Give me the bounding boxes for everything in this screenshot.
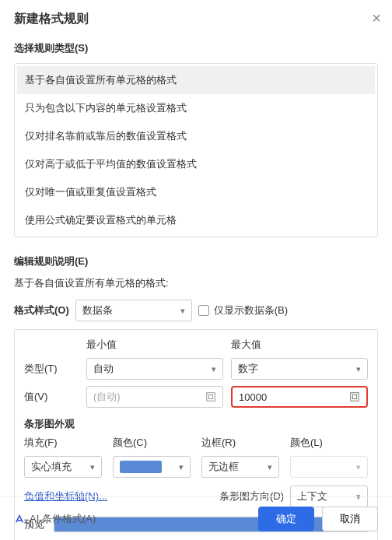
rule-type-item[interactable]: 仅对高于或低于平均值的数值设置格式 xyxy=(17,150,375,178)
color-c-label: 颜色(C) xyxy=(113,436,191,450)
ai-format-link[interactable]: AI 条件格式(A) xyxy=(14,512,96,526)
edit-rule-heading: 编辑规则说明(E) xyxy=(14,254,378,268)
rule-type-item[interactable]: 仅对唯一值或重复值设置格式 xyxy=(17,178,375,206)
min-col-header: 最小值 xyxy=(86,338,223,352)
value-row-label: 值(V) xyxy=(24,390,79,404)
show-bar-only-label: 仅显示数据条(B) xyxy=(214,303,288,317)
color-l-label: 颜色(L) xyxy=(290,436,368,450)
ok-button[interactable]: 确定 xyxy=(258,507,314,531)
rule-description: 基于各自值设置所有单元格的格式: xyxy=(14,276,378,290)
max-type-select[interactable]: 数字 ▾ xyxy=(231,358,368,380)
svg-rect-1 xyxy=(208,394,212,398)
type-row-label: 类型(T) xyxy=(24,362,79,376)
range-select-icon[interactable] xyxy=(349,391,360,402)
format-style-label: 格式样式(O) xyxy=(14,303,69,317)
max-value-text: 10000 xyxy=(239,391,267,403)
ai-icon xyxy=(14,514,25,524)
close-icon[interactable]: × xyxy=(372,9,381,27)
rule-type-item[interactable]: 基于各自值设置所有单元格的格式 xyxy=(17,66,375,94)
chevron-down-icon: ▾ xyxy=(180,306,185,316)
fill-select[interactable]: 实心填充 ▾ xyxy=(24,456,102,478)
rule-type-item[interactable]: 只为包含以下内容的单元格设置格式 xyxy=(17,94,375,122)
cancel-button[interactable]: 取消 xyxy=(322,507,378,531)
dialog-title: 新建格式规则 xyxy=(14,11,378,27)
chevron-down-icon: ▾ xyxy=(179,462,184,472)
chevron-down-icon: ▾ xyxy=(356,462,361,472)
dialog-footer: AI 条件格式(A) 确定 取消 xyxy=(0,496,392,540)
bar-appearance-heading: 条形图外观 xyxy=(24,417,368,431)
min-type-value: 自动 xyxy=(93,362,114,376)
border-value: 无边框 xyxy=(208,460,239,474)
checkbox-icon xyxy=(198,305,209,316)
max-value-input[interactable]: 10000 xyxy=(231,386,368,408)
fill-value: 实心填充 xyxy=(31,460,72,474)
svg-rect-2 xyxy=(351,393,359,401)
border-label: 边框(R) xyxy=(201,436,279,450)
chevron-down-icon: ▾ xyxy=(268,462,272,472)
min-type-select[interactable]: 自动 ▾ xyxy=(86,358,223,380)
bar-color-select[interactable]: ▾ xyxy=(113,456,191,478)
color-swatch xyxy=(120,461,162,473)
border-select[interactable]: 无边框 ▾ xyxy=(201,456,279,478)
ai-format-label: AI 条件格式(A) xyxy=(30,512,96,526)
max-col-header: 最大值 xyxy=(231,338,368,352)
svg-rect-0 xyxy=(207,393,215,401)
fill-label: 填充(F) xyxy=(24,436,102,450)
chevron-down-icon: ▾ xyxy=(212,364,216,374)
rule-type-list: 基于各自值设置所有单元格的格式 只为包含以下内容的单元格设置格式 仅对排名靠前或… xyxy=(14,63,378,237)
rule-type-item[interactable]: 仅对排名靠前或靠后的数值设置格式 xyxy=(17,122,375,150)
select-rule-type-heading: 选择规则类型(S) xyxy=(14,41,378,55)
border-color-select[interactable]: ▾ xyxy=(290,456,368,478)
format-style-value: 数据条 xyxy=(82,303,113,317)
show-bar-only-checkbox[interactable]: 仅显示数据条(B) xyxy=(198,303,288,317)
min-value-input: (自动) xyxy=(86,386,223,408)
chevron-down-icon: ▾ xyxy=(356,364,361,374)
format-style-select[interactable]: 数据条 ▾ xyxy=(75,300,192,321)
min-value-placeholder: (自动) xyxy=(93,390,121,404)
chevron-down-icon: ▾ xyxy=(90,462,95,472)
svg-rect-3 xyxy=(352,394,356,398)
max-type-value: 数字 xyxy=(238,362,258,376)
rule-type-item[interactable]: 使用公式确定要设置格式的单元格 xyxy=(17,206,375,234)
range-select-icon xyxy=(205,391,216,402)
